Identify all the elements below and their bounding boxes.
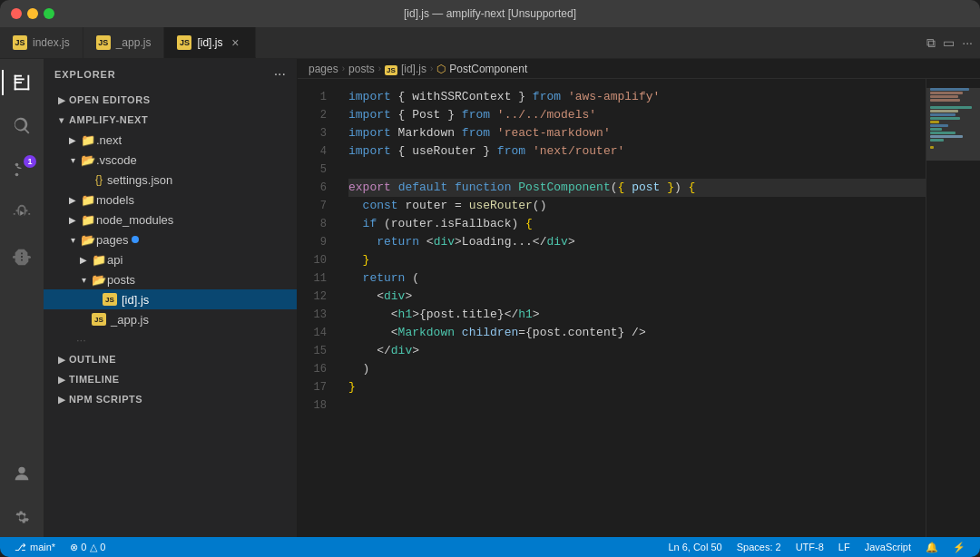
activity-search[interactable] — [2, 106, 42, 146]
line-numbers: 12345 678910 1112131415 161718 — [298, 79, 334, 537]
file-id-js[interactable]: JS [id].js — [44, 289, 297, 309]
file-settings-json[interactable]: {} settings.json — [44, 170, 297, 190]
code-line-3: import Markdown from 'react-markdown' — [348, 124, 926, 142]
tab-close-icon[interactable]: × — [228, 35, 242, 50]
status-notifications[interactable]: 🔔 — [918, 537, 946, 557]
status-errors[interactable]: ⊗ 0 △ 0 — [63, 537, 113, 557]
code-text — [447, 179, 455, 197]
keyword: default — [398, 179, 448, 197]
code-line-1: import { withSSRContext } from 'aws-ampl… — [348, 88, 926, 106]
folder-posts-label: posts — [107, 273, 135, 287]
status-branch[interactable]: ⎇ main* — [7, 537, 63, 557]
project-section[interactable]: ▾ AMPLIFY-NEXT — [44, 110, 297, 130]
file-app-js[interactable]: JS _app.js — [44, 309, 297, 329]
split-editor-icon[interactable]: ⧉ — [926, 35, 936, 51]
timeline-section[interactable]: ▶ TIMELINE — [44, 369, 297, 389]
breadcrumb-sep3: › — [430, 64, 433, 73]
status-remote[interactable]: ⚡ — [946, 537, 973, 557]
folder-posts[interactable]: ▾ 📂 posts — [44, 269, 297, 289]
tab-app-label: _app.js — [116, 36, 152, 49]
folder-models[interactable]: ▶ 📁 models — [44, 190, 297, 210]
activity-debug[interactable] — [2, 193, 42, 233]
folder-vscode[interactable]: ▾ 📂 .vscode — [44, 150, 297, 170]
maximize-button[interactable] — [44, 8, 54, 19]
minimap — [926, 79, 980, 537]
spaces-label: Spaces: 2 — [737, 542, 781, 552]
folder-pages-label: pages — [96, 233, 128, 247]
folder-node-modules[interactable]: ▶ 📁 node_modules — [44, 210, 297, 230]
npm-scripts-label: NPM SCRIPTS — [69, 394, 142, 405]
js-file-icon: JS — [91, 313, 107, 326]
folder-icon: 📁 — [80, 133, 96, 147]
code-editor[interactable]: 12345 678910 1112131415 161718 import { … — [298, 79, 980, 537]
toggle-panel-icon[interactable]: ▭ — [943, 35, 955, 50]
code-text: < — [348, 288, 384, 306]
sidebar: Explorer ··· ▶ OPEN EDITORS ▾ AMPLIFY-NE… — [44, 59, 298, 537]
sidebar-title: Explorer — [54, 69, 116, 80]
string: '../../models' — [497, 106, 596, 124]
status-position[interactable]: Ln 6, Col 50 — [661, 537, 729, 557]
folder-next[interactable]: ▶ 📁 .next — [44, 130, 297, 150]
tab-id[interactable]: JS [id].js × — [164, 27, 256, 58]
code-text: < — [419, 233, 434, 251]
svg-rect-3 — [27, 75, 29, 91]
sidebar-more-icon[interactable]: ··· — [274, 66, 286, 83]
status-encoding[interactable]: UTF-8 — [789, 537, 831, 557]
breadcrumb-component[interactable]: ⬡ PostComponent — [436, 63, 527, 75]
code-line-16: ) — [348, 360, 926, 378]
tab-index[interactable]: JS index.js — [0, 27, 83, 58]
activity-accounts[interactable] — [2, 454, 42, 493]
npm-scripts-section[interactable]: ▶ NPM SCRIPTS — [44, 389, 297, 409]
folder-api[interactable]: ▶ 📁 api — [44, 249, 297, 269]
code-content[interactable]: import { withSSRContext } from 'aws-ampl… — [334, 79, 926, 537]
more-actions-icon[interactable]: ··· — [962, 35, 973, 50]
outline-section[interactable]: ▶ OUTLINE — [44, 349, 297, 369]
tag: div — [384, 288, 405, 306]
open-editors-section[interactable]: ▶ OPEN EDITORS — [44, 90, 297, 110]
project-label: AMPLIFY-NEXT — [69, 114, 148, 125]
status-line-ending[interactable]: LF — [831, 537, 858, 557]
minimize-button[interactable] — [27, 8, 38, 19]
brace: { — [689, 179, 696, 197]
folder-icon: 📁 — [80, 193, 96, 207]
code-text: ( — [611, 179, 618, 197]
window-controls[interactable] — [11, 8, 54, 19]
code-line-9: return < div >Loading...</ div > — [348, 233, 926, 251]
code-text: (router.isFallback) — [377, 215, 525, 233]
close-button[interactable] — [11, 8, 22, 19]
activity-extensions[interactable] — [2, 237, 42, 277]
code-text: </ — [348, 342, 391, 360]
svg-rect-2 — [15, 88, 30, 90]
activity-git[interactable]: 1 — [2, 150, 42, 190]
keyword: import — [348, 88, 391, 106]
code-line-13: < h1 >{post.title}</ h1 > — [348, 306, 926, 324]
breadcrumb-pages[interactable]: pages — [309, 63, 338, 75]
code-text — [348, 197, 363, 215]
more-items-label: ··· — [76, 333, 86, 347]
status-spaces[interactable]: Spaces: 2 — [730, 537, 789, 557]
breadcrumb-file[interactable]: [id].js — [401, 63, 426, 75]
file-app-label: _app.js — [111, 313, 149, 327]
sidebar-tree: ▶ OPEN EDITORS ▾ AMPLIFY-NEXT ▶ 📁 .next … — [44, 90, 297, 537]
code-text: router = — [398, 197, 469, 215]
code-text — [348, 233, 377, 251]
code-text — [525, 142, 533, 161]
svg-point-6 — [15, 163, 19, 167]
breadcrumb-posts[interactable]: posts — [348, 63, 375, 75]
tag: Markdown — [398, 324, 455, 342]
activity-explorer[interactable] — [2, 63, 42, 103]
chevron-right-icon: ▶ — [54, 395, 69, 405]
activity-settings[interactable] — [2, 497, 42, 537]
brace: } — [667, 179, 674, 197]
folder-pages[interactable]: ▾ 📂 pages — [44, 230, 297, 249]
code-text — [511, 179, 518, 197]
tab-app[interactable]: JS _app.js — [83, 27, 165, 58]
status-language[interactable]: JavaScript — [858, 537, 918, 557]
tab-index-label: index.js — [33, 36, 70, 49]
code-text — [348, 215, 363, 233]
keyword: const — [363, 197, 398, 215]
git-branch-icon: ⎇ — [15, 542, 26, 553]
folder-icon: 📁 — [91, 253, 107, 267]
main-content: 1 Explorer ··· — [0, 59, 980, 537]
more-items[interactable]: ··· — [44, 329, 297, 349]
